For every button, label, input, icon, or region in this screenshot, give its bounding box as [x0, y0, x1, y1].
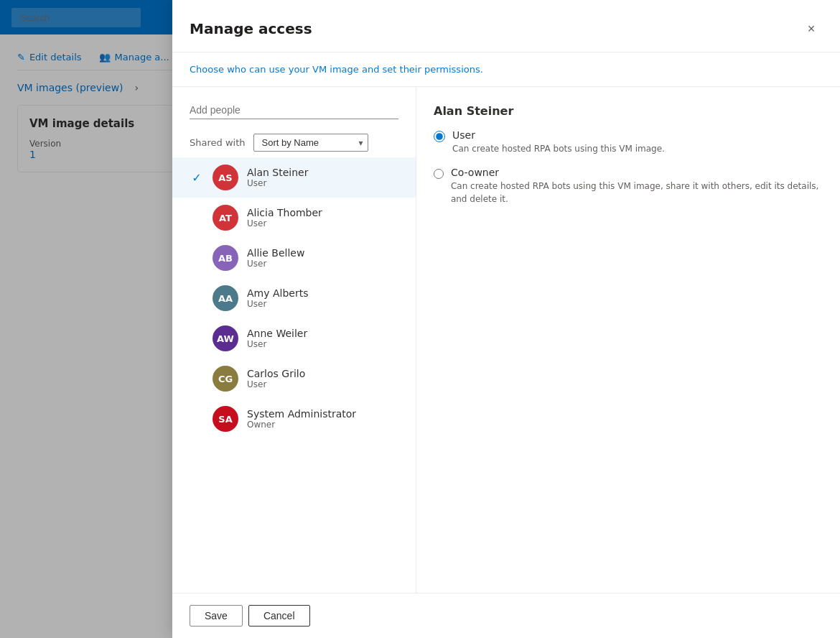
user-name-allie-bellew: Allie Bellew — [247, 247, 375, 259]
user-item-amy-alberts[interactable]: AA Amy Alberts User ✕ — [172, 278, 416, 318]
user-role-alicia-thomber: User — [247, 218, 375, 228]
user-name-alan-steiner: Alan Steiner — [247, 167, 375, 178]
selected-user-name: Alan Steiner — [434, 104, 823, 118]
modal-close-button[interactable]: × — [800, 17, 823, 40]
user-role-carlos-grilo: User — [247, 379, 375, 389]
permission-coowner-label[interactable]: Co-owner Can create hosted RPA bots usin… — [434, 167, 823, 205]
user-name-amy-alberts: Amy Alberts — [247, 287, 375, 299]
permission-coowner-title: Co-owner — [451, 167, 823, 178]
user-name-carlos-grilo: Carlos Grilo — [247, 368, 375, 379]
avatar-allie-bellew: AB — [213, 245, 238, 271]
user-name-system-admin: System Administrator — [247, 408, 398, 420]
avatar-carlos-grilo: CG — [213, 366, 238, 392]
shared-with-header: Shared with Sort by NameSort by Role — [172, 128, 416, 157]
modal-footer: Save Cancel — [172, 593, 840, 638]
user-check-alan-steiner: ✓ — [190, 171, 204, 185]
permission-user-desc: Can create hosted RPA bots using this VM… — [452, 142, 665, 155]
users-list: ✓ AS Alan Steiner User ✕ AT — [172, 157, 416, 593]
user-info-amy-alberts: Amy Alberts User — [247, 287, 375, 309]
avatar-system-admin: SA — [213, 406, 238, 432]
sort-dropdown[interactable]: Sort by NameSort by Role — [253, 134, 368, 152]
add-people-section — [172, 87, 416, 128]
permission-coowner-option: Co-owner Can create hosted RPA bots usin… — [434, 167, 823, 205]
user-role-allie-bellew: User — [247, 259, 375, 269]
user-role-amy-alberts: User — [247, 299, 375, 309]
avatar-amy-alberts: AA — [213, 285, 238, 311]
permission-user-title: User — [452, 129, 665, 141]
avatar-anne-weiler: AW — [213, 325, 238, 351]
user-role-alan-steiner: User — [247, 178, 375, 188]
user-role-system-admin: Owner — [247, 420, 398, 430]
left-panel: Shared with Sort by NameSort by Role ✓ A… — [172, 87, 416, 593]
user-info-anne-weiler: Anne Weiler User — [247, 328, 375, 349]
user-item-system-admin[interactable]: SA System Administrator Owner — [172, 399, 416, 439]
modal-overlay: Manage access × Choose who can use your … — [0, 0, 840, 638]
modal-subtitle: Choose who can use your VM image and set… — [172, 52, 840, 87]
permission-user-radio[interactable] — [434, 131, 445, 142]
user-info-allie-bellew: Allie Bellew User — [247, 247, 375, 269]
user-item-alicia-thomber[interactable]: AT Alicia Thomber User ✕ — [172, 198, 416, 238]
sort-wrapper: Sort by NameSort by Role — [253, 134, 368, 152]
user-item-alan-steiner[interactable]: ✓ AS Alan Steiner User ✕ — [172, 157, 416, 198]
user-info-carlos-grilo: Carlos Grilo User — [247, 368, 375, 389]
save-button[interactable]: Save — [190, 605, 243, 627]
user-info-alan-steiner: Alan Steiner User — [247, 167, 375, 188]
permission-coowner-radio[interactable] — [434, 168, 444, 180]
add-people-input[interactable] — [190, 101, 398, 119]
user-item-anne-weiler[interactable]: AW Anne Weiler User ✕ — [172, 318, 416, 359]
user-item-carlos-grilo[interactable]: CG Carlos Grilo User ✕ — [172, 359, 416, 399]
user-name-alicia-thomber: Alicia Thomber — [247, 207, 375, 218]
check-icon: ✓ — [192, 171, 201, 185]
permission-coowner-desc: Can create hosted RPA bots using this VM… — [451, 180, 823, 205]
modal-body: Shared with Sort by NameSort by Role ✓ A… — [172, 87, 840, 593]
user-role-anne-weiler: User — [247, 339, 375, 349]
cancel-button[interactable]: Cancel — [248, 605, 310, 627]
manage-access-modal: Manage access × Choose who can use your … — [172, 0, 840, 638]
avatar-alan-steiner: AS — [213, 165, 238, 190]
permission-user-option: User Can create hosted RPA bots using th… — [434, 129, 823, 155]
permission-user-label[interactable]: User Can create hosted RPA bots using th… — [434, 129, 823, 155]
shared-with-label: Shared with — [190, 137, 245, 148]
user-info-system-admin: System Administrator Owner — [247, 408, 398, 430]
modal-title: Manage access — [190, 20, 312, 37]
right-panel: Alan Steiner User Can create hosted RPA … — [416, 87, 840, 593]
modal-header: Manage access × — [172, 0, 840, 52]
avatar-alicia-thomber: AT — [213, 205, 238, 231]
user-name-anne-weiler: Anne Weiler — [247, 328, 375, 339]
user-info-alicia-thomber: Alicia Thomber User — [247, 207, 375, 228]
user-item-allie-bellew[interactable]: AB Allie Bellew User ✕ — [172, 238, 416, 278]
